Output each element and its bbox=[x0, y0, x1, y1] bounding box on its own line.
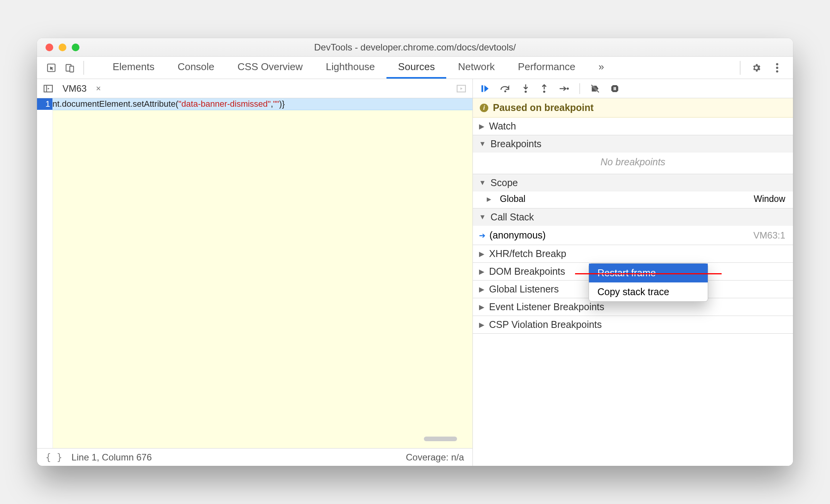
svg-point-4 bbox=[776, 67, 778, 69]
debugger-panel: i Paused on breakpoint ▶Watch ▼Breakpoin… bbox=[473, 79, 793, 466]
breakpoints-header[interactable]: ▼Breakpoints bbox=[473, 135, 793, 153]
gutter: 1 bbox=[37, 98, 52, 448]
svg-rect-8 bbox=[481, 85, 483, 92]
more-menu-icon[interactable] bbox=[772, 63, 782, 73]
scope-header[interactable]: ▼Scope bbox=[473, 174, 793, 192]
scope-global-row[interactable]: ▶Global Window bbox=[473, 192, 793, 208]
tab-network[interactable]: Network bbox=[446, 57, 506, 79]
tab-lighthouse[interactable]: Lighthouse bbox=[314, 57, 386, 79]
triangle-right-icon: ▶ bbox=[479, 321, 484, 329]
minimize-window-icon[interactable] bbox=[59, 44, 66, 51]
tab-elements[interactable]: Elements bbox=[101, 57, 166, 79]
tabbar-right bbox=[729, 61, 793, 75]
svg-point-10 bbox=[525, 91, 527, 93]
divider bbox=[83, 61, 84, 75]
step-icon[interactable] bbox=[558, 84, 569, 93]
svg-point-11 bbox=[543, 91, 545, 93]
cursor-position: Line 1, Column 676 bbox=[71, 452, 152, 463]
tab-console[interactable]: Console bbox=[166, 57, 226, 79]
pause-on-exceptions-icon[interactable] bbox=[610, 84, 619, 93]
stack-frame-name: (anonymous) bbox=[489, 230, 546, 241]
file-tab-vm63[interactable]: VM63 bbox=[60, 82, 89, 96]
editor-statusbar: { } Line 1, Column 676 Coverage: n/a bbox=[37, 448, 472, 466]
svg-point-9 bbox=[504, 90, 506, 92]
svg-point-12 bbox=[567, 87, 569, 90]
window-title: DevTools - developer.chrome.com/docs/dev… bbox=[314, 42, 516, 53]
devtools-window: DevTools - developer.chrome.com/docs/dev… bbox=[37, 38, 793, 466]
triangle-right-icon: ▶ bbox=[479, 285, 484, 294]
zoom-window-icon[interactable] bbox=[72, 44, 79, 51]
current-frame-arrow-icon: ➔ bbox=[479, 231, 486, 240]
svg-rect-2 bbox=[70, 66, 74, 72]
triangle-right-icon: ▶ bbox=[479, 250, 484, 258]
divider bbox=[579, 83, 580, 94]
close-window-icon[interactable] bbox=[46, 44, 53, 51]
tab-overflow[interactable]: » bbox=[587, 57, 616, 79]
code-line-1[interactable]: nt.documentElement.setAttribute("data-ba… bbox=[52, 98, 472, 110]
tabbar-left bbox=[37, 61, 93, 75]
section-callstack: ▼Call Stack ➔ (anonymous) VM63:1 bbox=[473, 208, 793, 245]
code-content: nt.documentElement.setAttribute("data-ba… bbox=[52, 98, 472, 448]
no-breakpoints-label: No breakpoints bbox=[473, 153, 793, 174]
strikethrough-annotation bbox=[575, 273, 722, 274]
info-icon: i bbox=[480, 104, 488, 112]
code-editor[interactable]: 1 nt.documentElement.setAttribute("data-… bbox=[37, 98, 472, 448]
inspect-element-icon[interactable] bbox=[46, 63, 56, 73]
main-tabbar: Elements Console CSS Overview Lighthouse… bbox=[37, 57, 793, 79]
close-tab-icon[interactable]: × bbox=[96, 84, 101, 94]
sources-panel: VM63 × 1 nt.documentElement.setAttribute… bbox=[37, 79, 473, 466]
settings-gear-icon[interactable] bbox=[751, 63, 761, 73]
csp-header[interactable]: ▶CSP Violation Breakpoints bbox=[473, 316, 793, 333]
horizontal-scrollbar[interactable] bbox=[424, 437, 457, 441]
pause-reason: Paused on breakpoint bbox=[493, 102, 594, 113]
triangle-right-icon: ▶ bbox=[479, 303, 484, 311]
tab-performance[interactable]: Performance bbox=[506, 57, 587, 79]
svg-point-3 bbox=[776, 63, 778, 65]
coverage-status: Coverage: n/a bbox=[406, 452, 464, 463]
xhr-header[interactable]: ▶XHR/fetch Breakp bbox=[473, 245, 793, 262]
traffic-lights bbox=[46, 44, 79, 51]
pause-banner: i Paused on breakpoint bbox=[473, 98, 793, 118]
main-tabs: Elements Console CSS Overview Lighthouse… bbox=[101, 57, 729, 79]
section-csp: ▶CSP Violation Breakpoints bbox=[473, 316, 793, 334]
run-snippet-icon[interactable] bbox=[455, 83, 467, 94]
tab-sources[interactable]: Sources bbox=[386, 57, 446, 79]
pretty-print-icon[interactable]: { } bbox=[46, 452, 62, 463]
context-item-copy-stack-trace[interactable]: Copy stack trace bbox=[589, 282, 708, 301]
triangle-right-icon: ▶ bbox=[479, 122, 484, 131]
titlebar: DevTools - developer.chrome.com/docs/dev… bbox=[37, 38, 793, 57]
triangle-right-icon: ▶ bbox=[487, 196, 491, 203]
section-xhr: ▶XHR/fetch Breakp bbox=[473, 245, 793, 263]
resume-icon[interactable] bbox=[480, 84, 490, 94]
divider bbox=[740, 61, 741, 75]
svg-point-5 bbox=[776, 70, 778, 72]
scope-global-value: Window bbox=[754, 194, 785, 204]
svg-rect-14 bbox=[615, 87, 616, 90]
line-number[interactable]: 1 bbox=[37, 98, 52, 110]
triangle-down-icon: ▼ bbox=[479, 213, 486, 221]
editor-empty-area bbox=[52, 110, 472, 448]
stack-frame-row[interactable]: ➔ (anonymous) VM63:1 bbox=[473, 226, 793, 245]
step-out-icon[interactable] bbox=[540, 84, 548, 94]
device-toolbar-icon[interactable] bbox=[65, 63, 75, 73]
deactivate-breakpoints-icon[interactable] bbox=[590, 84, 600, 94]
context-menu: Restart frame Copy stack trace bbox=[589, 263, 708, 302]
navigator-toggle-icon[interactable] bbox=[42, 83, 54, 94]
triangle-right-icon: ▶ bbox=[479, 267, 484, 276]
stack-frame-location: VM63:1 bbox=[753, 230, 785, 241]
step-into-icon[interactable] bbox=[521, 84, 530, 94]
context-item-restart-frame[interactable]: Restart frame bbox=[589, 264, 708, 282]
triangle-down-icon: ▼ bbox=[479, 179, 486, 187]
svg-rect-13 bbox=[614, 87, 615, 90]
section-breakpoints: ▼Breakpoints No breakpoints bbox=[473, 135, 793, 174]
section-watch: ▶Watch bbox=[473, 118, 793, 135]
tab-css-overview[interactable]: CSS Overview bbox=[226, 57, 314, 79]
triangle-down-icon: ▼ bbox=[479, 140, 486, 148]
debugger-toolbar bbox=[473, 79, 793, 98]
watch-header[interactable]: ▶Watch bbox=[473, 118, 793, 135]
section-scope: ▼Scope ▶Global Window bbox=[473, 174, 793, 208]
callstack-header[interactable]: ▼Call Stack bbox=[473, 208, 793, 226]
file-tabs: VM63 × bbox=[37, 79, 472, 98]
step-over-icon[interactable] bbox=[500, 84, 511, 94]
content-area: VM63 × 1 nt.documentElement.setAttribute… bbox=[37, 79, 793, 466]
